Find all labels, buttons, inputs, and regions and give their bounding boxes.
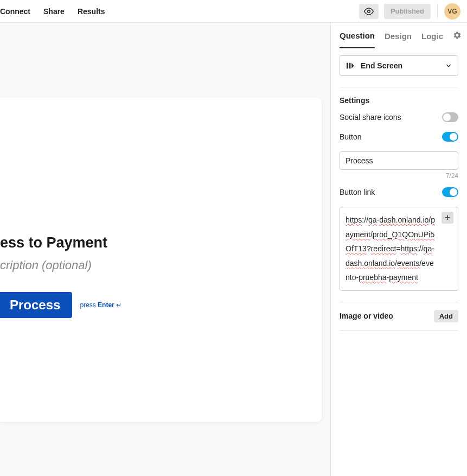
social-share-toggle[interactable] xyxy=(442,112,458,122)
tab-design[interactable]: Design xyxy=(385,24,412,48)
social-share-label: Social share icons xyxy=(340,113,401,122)
settings-heading: Settings xyxy=(340,96,458,105)
top-nav: Connect Share Results Published VG xyxy=(0,0,467,23)
tab-logic[interactable]: Logic xyxy=(421,24,443,48)
button-link-toggle[interactable] xyxy=(442,187,458,197)
image-video-label: Image or video xyxy=(340,312,393,320)
dropdown-label: End Screen xyxy=(361,61,438,70)
svg-rect-2 xyxy=(349,63,351,69)
char-count: 7/24 xyxy=(340,172,458,180)
canvas: ess to Payment cription (optional) Proce… xyxy=(0,23,330,476)
nav-connect[interactable]: Connect xyxy=(0,7,30,16)
question-type-dropdown[interactable]: End Screen xyxy=(340,55,458,76)
chevron-down-icon xyxy=(445,62,452,69)
nav-share[interactable]: Share xyxy=(43,7,65,16)
svg-point-0 xyxy=(368,10,370,12)
button-toggle[interactable] xyxy=(442,132,458,142)
end-screen-title[interactable]: ess to Payment xyxy=(0,234,107,251)
right-panel: Question Design Logic End Screen Setting… xyxy=(330,23,467,476)
button-link-label: Button link xyxy=(340,188,375,196)
divider xyxy=(437,4,438,19)
svg-rect-1 xyxy=(347,63,348,69)
add-variable-button[interactable]: + xyxy=(442,212,453,224)
end-screen-icon xyxy=(346,61,354,70)
settings-gear-icon[interactable] xyxy=(453,31,462,41)
avatar[interactable]: VG xyxy=(444,3,460,20)
eye-icon xyxy=(364,7,374,16)
end-screen-description[interactable]: cription (optional) xyxy=(0,258,92,272)
add-media-button[interactable]: Add xyxy=(434,310,458,322)
press-enter-hint: press Enter ↵ xyxy=(80,301,121,309)
button-setting-label: Button xyxy=(340,132,361,141)
tab-question[interactable]: Question xyxy=(340,23,375,48)
nav-results[interactable]: Results xyxy=(78,7,105,16)
process-button[interactable]: Process xyxy=(0,292,72,318)
button-link-input[interactable]: + https://qa-dash.onland.io/payment/prod… xyxy=(340,207,458,291)
preview-button[interactable] xyxy=(359,4,379,19)
published-button: Published xyxy=(384,4,431,19)
button-text-input[interactable] xyxy=(340,151,458,170)
